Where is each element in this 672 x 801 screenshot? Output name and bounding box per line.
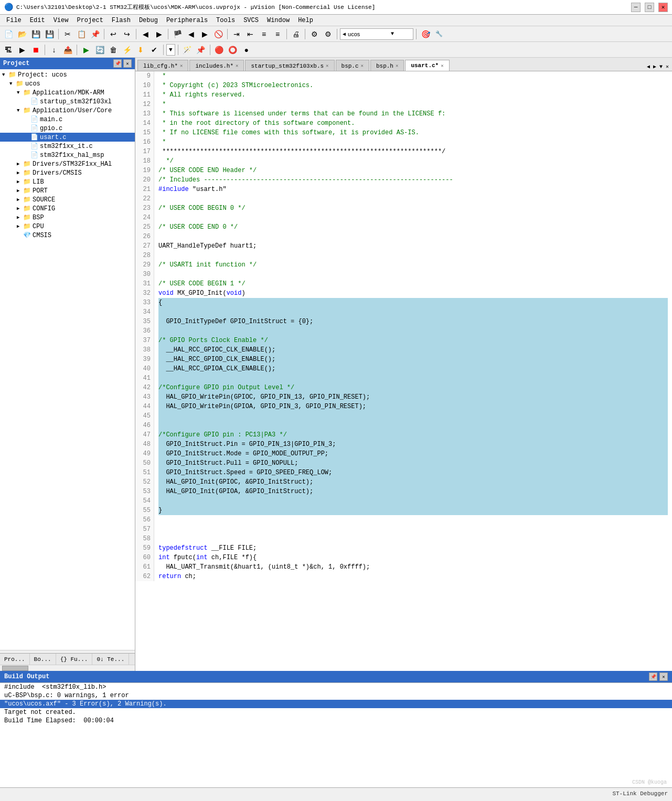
tab-close-btn[interactable]: ✕ <box>441 63 443 69</box>
navigate-fwd-button[interactable]: ▶ <box>153 28 165 40</box>
minimize-button[interactable]: ─ <box>631 3 641 12</box>
tab-close-btn[interactable]: ✕ <box>361 63 364 69</box>
tab-close-all[interactable]: ✕ <box>665 62 670 71</box>
menu-project[interactable]: Project <box>72 16 107 25</box>
program-button[interactable]: ⬇ <box>134 44 147 56</box>
panel-close-button[interactable]: ✕ <box>123 59 132 68</box>
tree-item[interactable]: ▶📁Drivers/STM32F1xx_HAl <box>0 159 135 168</box>
erase2-button[interactable]: ⚡ <box>121 44 133 56</box>
tab-0[interactable]: usart.c*✕ <box>405 60 449 71</box>
menu-tools[interactable]: Tools <box>212 16 239 25</box>
build-panel-pin[interactable]: 📌 <box>649 672 657 681</box>
tree-item[interactable]: ▶📁PORT <box>0 186 135 195</box>
tree-item[interactable]: ▶📁LIB <box>0 177 135 186</box>
undo-button[interactable]: ↩ <box>107 28 120 40</box>
bookmark-button[interactable]: 🏴 <box>171 28 184 40</box>
menu-window[interactable]: Window <box>263 16 294 25</box>
build-btn[interactable]: 🔧 <box>433 28 445 40</box>
save-all-button[interactable]: 💾 <box>43 28 56 40</box>
tree-item[interactable]: 📄main.c <box>0 115 135 124</box>
tree-item[interactable]: ▶📁BSP <box>0 213 135 222</box>
tab-scroll-left[interactable]: ◀ <box>646 62 651 71</box>
unindent-button[interactable]: ⇤ <box>244 28 257 40</box>
red-dot-button[interactable]: 🔴 <box>213 44 226 56</box>
pin-button[interactable]: 📌 <box>195 44 207 56</box>
open-button[interactable]: 📂 <box>16 28 28 40</box>
load-button[interactable]: 📤 <box>61 44 74 56</box>
menu-edit[interactable]: Edit <box>26 16 49 25</box>
prev-bookmark-button[interactable]: ◀ <box>185 28 197 40</box>
panel-pin-button[interactable]: 📌 <box>113 59 122 68</box>
build2-button[interactable]: 🏗 <box>2 44 15 56</box>
tree-item[interactable]: ▶📁Drivers/CMSIS <box>0 168 135 177</box>
menu-help[interactable]: Help <box>294 16 317 25</box>
new-file-button[interactable]: 📄 <box>2 28 15 40</box>
tab-list-button[interactable]: ▼ <box>658 63 664 71</box>
menu-svcs[interactable]: SVCS <box>239 16 263 25</box>
magic-wand-button[interactable]: 🪄 <box>181 44 194 56</box>
proj-tab-pro[interactable]: Pro... <box>0 654 30 665</box>
code-editor[interactable]: 9101112131415161718192021222324252627282… <box>135 71 672 671</box>
tab-2[interactable]: bsp.c✕ <box>336 60 369 71</box>
menu-flash[interactable]: Flash <box>108 16 135 25</box>
run-button[interactable]: ▶ <box>80 44 92 56</box>
tree-item[interactable]: 📄stm32f1xx_it.c <box>0 142 135 151</box>
dot-button[interactable]: ● <box>240 44 253 56</box>
tree-item[interactable]: ▶📁CONFIG <box>0 204 135 213</box>
circle-button[interactable]: ⭕ <box>227 44 239 56</box>
tree-item[interactable]: ▶📁SOURCE <box>0 195 135 204</box>
tree-item[interactable]: ▼📁ucos <box>0 79 135 88</box>
print-button[interactable]: 🖨 <box>290 28 302 40</box>
tab-scroll-right[interactable]: ▶ <box>652 62 657 71</box>
code-lines[interactable]: * * Copyright (c) 2023 STMicroelectronic… <box>154 71 672 581</box>
save-button[interactable]: 💾 <box>29 28 42 40</box>
proj-tab-fu[interactable]: {} Fu... <box>56 654 93 665</box>
horiz-scroll-bar[interactable] <box>0 665 135 671</box>
tree-item[interactable]: 📄usart.c <box>0 133 135 142</box>
tree-item[interactable]: 📄stm32f1xx_hal_msp <box>0 151 135 159</box>
reset-button[interactable]: 🔄 <box>93 44 106 56</box>
clear-bookmark-button[interactable]: 🚫 <box>212 28 225 40</box>
tab-5[interactable]: lib_cfg.h*✕ <box>137 60 188 71</box>
menu-peripherals[interactable]: Peripherals <box>162 16 212 25</box>
project-dropdown[interactable] <box>348 31 390 37</box>
redo-button[interactable]: ↪ <box>121 28 133 40</box>
paste-button[interactable]: 📌 <box>89 28 101 40</box>
proj-tab-bo[interactable]: Bo... <box>30 654 56 665</box>
format-button[interactable]: ≡ <box>258 28 270 40</box>
menu-file[interactable]: File <box>2 16 26 25</box>
cut-button[interactable]: ✂ <box>61 28 74 40</box>
menu-view[interactable]: View <box>49 16 73 25</box>
tab-close-btn[interactable]: ✕ <box>236 63 238 69</box>
settings-button[interactable]: ⚙ <box>322 28 334 40</box>
tree-item[interactable]: 📄startup_stm32f103xl <box>0 97 135 106</box>
tab-1[interactable]: bsp.h✕ <box>370 60 404 71</box>
tab-close-btn[interactable]: ✕ <box>326 63 328 69</box>
step-in-button[interactable]: ↓ <box>48 44 60 56</box>
indent-button[interactable]: ⇥ <box>230 28 243 40</box>
navigate-back-button[interactable]: ◀ <box>139 28 152 40</box>
tree-item[interactable]: ▶📁CPU <box>0 222 135 231</box>
copy-button[interactable]: 📋 <box>75 28 88 40</box>
build-panel-close[interactable]: ✕ <box>659 672 668 681</box>
tree-item[interactable]: ▼📁Application/User/Core <box>0 106 135 115</box>
target-options-button[interactable]: 🎯 <box>419 28 432 40</box>
close-button[interactable]: ✕ <box>658 3 668 12</box>
tab-close-btn[interactable]: ✕ <box>396 63 398 69</box>
maximize-button[interactable]: □ <box>645 3 654 12</box>
tab-close-btn[interactable]: ✕ <box>180 63 183 69</box>
align-button[interactable]: ≡ <box>271 28 284 40</box>
tab-3[interactable]: startup_stm32f103xb.s✕ <box>245 60 334 71</box>
proj-tab-te[interactable]: 0↓ Te... <box>92 654 129 665</box>
debug-button[interactable]: ▶ <box>16 44 28 56</box>
tab-4[interactable]: includes.h*✕ <box>189 60 244 71</box>
device-mgr-button[interactable]: ⚙ <box>308 28 321 40</box>
tree-item[interactable]: ▼📁Application/MDK-ARM <box>0 88 135 97</box>
erase-button[interactable]: 🗑 <box>107 44 120 56</box>
tree-item[interactable]: 📄gpio.c <box>0 124 135 133</box>
scroll-thumb[interactable] <box>2 666 28 671</box>
tree-item[interactable]: ▼📁Project: ucos <box>0 70 135 79</box>
tree-item[interactable]: 💎CMSIS <box>0 231 135 240</box>
next-bookmark-button[interactable]: ▶ <box>198 28 211 40</box>
menu-debug[interactable]: Debug <box>135 16 162 25</box>
